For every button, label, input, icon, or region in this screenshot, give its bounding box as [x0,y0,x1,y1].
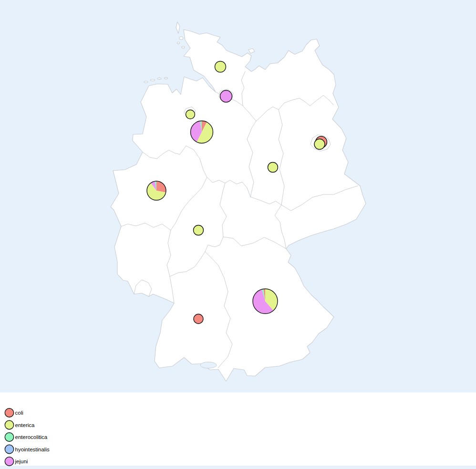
pie-saxony-anhalt [268,163,278,173]
legend-swatch-icon [5,420,13,429]
pie-north-rhine-westphalia [147,181,166,200]
legend-swatch-icon [5,457,13,466]
pie-lower-saxony [190,121,213,143]
legend-label: jejuni [15,459,28,464]
legend-label: enterica [15,422,35,428]
island-foehr [179,37,183,40]
pie-hamburg [220,91,232,102]
island-amrum [177,42,180,44]
legend-swatch-icon [5,408,13,417]
legend-label: coli [15,410,23,416]
legend-background [0,393,476,466]
island-east-frisia-3 [157,78,161,79]
legend-swatch-icon [5,433,13,441]
pie-hesse [194,225,204,235]
pie-schleswig-holstein [215,61,226,72]
pie-bremen [186,110,195,119]
pie-berlin-enterica [314,139,325,150]
island-east-frisia-2 [151,79,155,81]
germany-pie-map: coli enterica enterocolitica hyointestin… [0,0,476,469]
island-east-frisia-4 [165,77,168,79]
island-east-frisia-1 [144,81,148,82]
lake-constance [200,362,217,368]
legend: coli enterica enterocolitica hyointestin… [0,393,476,466]
legend-swatch-icon [5,445,13,453]
island-pellworm [182,46,185,48]
legend-label: hyointestinalis [15,447,50,452]
legend-label: enterocolitica [15,434,48,440]
pie-baden-wuerttemberg [194,314,203,324]
pie-bavaria [253,289,278,314]
